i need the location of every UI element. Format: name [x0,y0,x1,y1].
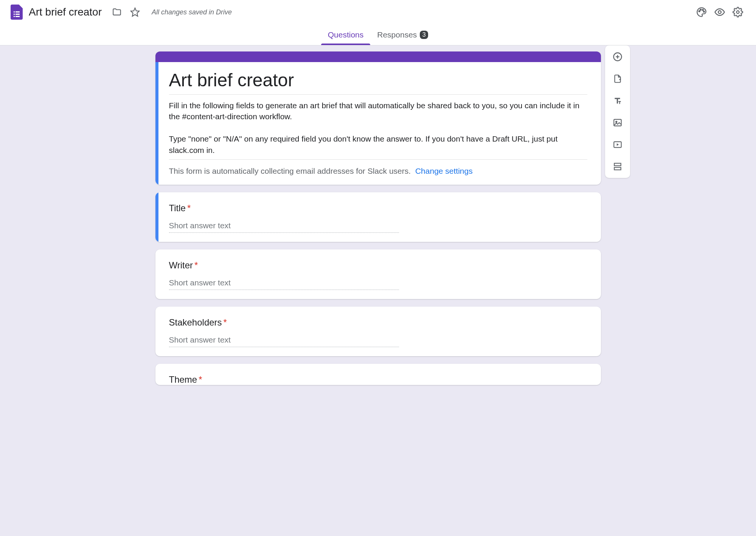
svg-point-9 [702,9,703,11]
save-status: All changes saved in Drive [152,8,232,16]
svg-rect-4 [14,16,15,17]
svg-rect-0 [14,11,15,12]
question-card[interactable]: Writer* Short answer text [155,249,601,299]
form-description[interactable]: Fill in the following fields to generate… [169,100,587,160]
svg-point-10 [703,11,705,12]
form-canvas: Art brief creator Fill in the following … [0,45,756,536]
short-answer-input: Short answer text [169,335,399,347]
preview-button[interactable] [712,5,727,20]
svg-rect-5 [16,16,20,17]
svg-point-8 [700,9,701,10]
form-title[interactable]: Art brief creator [169,70,587,95]
question-label[interactable]: Title* [169,203,587,213]
svg-point-11 [718,11,721,14]
add-question-button[interactable] [610,49,625,64]
video-icon [613,140,622,150]
star-icon [130,7,140,17]
eye-icon [714,6,725,18]
gear-icon [733,7,743,17]
responses-count-badge: 3 [420,31,428,39]
star-button[interactable] [127,5,143,20]
add-image-button[interactable] [610,115,625,130]
svg-marker-6 [131,8,139,16]
svg-rect-1 [16,11,20,12]
import-file-icon [613,74,622,84]
required-star-icon: * [224,317,227,327]
image-icon [613,118,622,128]
text-icon [613,96,622,106]
folder-icon [112,7,122,17]
question-label[interactable]: Stakeholders* [169,317,587,328]
import-questions-button[interactable] [610,71,625,86]
add-title-button[interactable] [610,93,625,108]
short-answer-input: Short answer text [169,221,399,233]
form-header-card[interactable]: Art brief creator Fill in the following … [155,51,601,185]
svg-rect-3 [16,14,20,15]
move-to-folder-button[interactable] [109,5,124,20]
svg-rect-21 [614,167,621,170]
required-star-icon: * [199,374,202,385]
change-settings-link[interactable]: Change settings [415,167,473,175]
question-label[interactable]: Writer* [169,260,587,271]
tabs: Questions Responses 3 [0,24,756,45]
question-toolbar [605,45,630,178]
short-answer-input: Short answer text [169,278,399,290]
palette-icon [696,7,707,17]
plus-circle-icon [612,51,623,62]
app-header: Art brief creator All changes saved in D… [0,0,756,24]
add-section-button[interactable] [610,159,625,174]
customize-theme-button[interactable] [694,5,709,20]
question-card[interactable]: Stakeholders* Short answer text [155,307,601,356]
email-collection-notice: This form is automatically collecting em… [169,167,587,176]
add-video-button[interactable] [610,137,625,152]
svg-rect-2 [14,14,15,15]
question-label[interactable]: Theme* [169,374,587,385]
tab-questions[interactable]: Questions [321,24,371,45]
tab-questions-label: Questions [328,30,364,39]
svg-marker-19 [616,143,618,146]
doc-title[interactable]: Art brief creator [29,6,102,18]
required-star-icon: * [194,260,198,270]
svg-rect-20 [614,163,621,166]
tab-responses[interactable]: Responses 3 [370,24,435,45]
required-star-icon: * [187,203,191,213]
svg-point-17 [616,121,617,122]
section-icon [613,162,622,171]
svg-point-12 [737,11,739,14]
svg-point-7 [699,11,700,12]
tab-responses-label: Responses [377,30,417,39]
question-card[interactable]: Title* Short answer text [155,192,601,242]
question-card[interactable]: Theme* [155,364,601,385]
forms-logo-icon[interactable] [9,5,24,20]
settings-button[interactable] [730,5,745,20]
